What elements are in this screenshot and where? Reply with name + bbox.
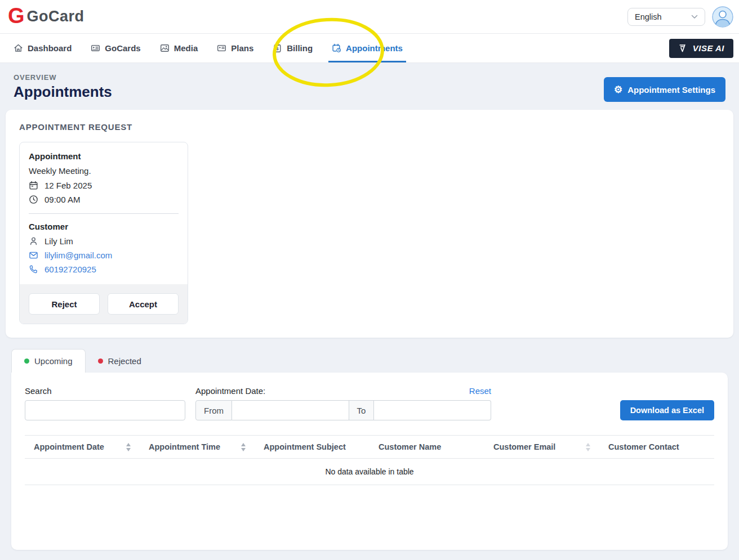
appointment-time: 09:00 AM	[44, 195, 80, 204]
nav-item-plans[interactable]: Plans	[217, 34, 253, 62]
nav-item-label: GoCards	[105, 43, 140, 53]
clock-icon	[29, 195, 38, 204]
card-icon	[91, 43, 100, 53]
gocard-logo[interactable]: G GoCard	[8, 6, 84, 28]
request-card-footer: Reject Accept	[20, 284, 188, 324]
to-label: To	[349, 400, 375, 420]
gocard-logo-icon: G	[8, 5, 24, 26]
person-icon	[29, 236, 38, 246]
customer-name: Lily Lim	[44, 236, 73, 246]
column-customer-name[interactable]: Customer Name	[370, 436, 484, 459]
calendar-icon	[29, 181, 38, 190]
nav-item-label: Dashboard	[28, 43, 72, 53]
column-label: Appointment Date	[34, 442, 104, 451]
download-excel-button[interactable]: Download as Excel	[620, 400, 714, 420]
table-header-row: Appointment Date Appointment Time Appoin…	[25, 436, 714, 459]
from-label: From	[195, 400, 232, 420]
appointment-heading: Appointment	[29, 151, 179, 161]
appointment-date-filter-label: Appointment Date:	[195, 386, 265, 396]
tab-rejected[interactable]: Rejected	[86, 349, 154, 373]
date-range-group: From To	[195, 400, 491, 420]
column-customer-email[interactable]: Customer Email	[484, 436, 599, 459]
nav-item-appointments[interactable]: Appointments	[332, 34, 403, 62]
billing-icon: $	[273, 43, 282, 53]
appointments-page: G GoCard English	[0, 0, 739, 560]
column-label: Customer Contact	[608, 442, 679, 451]
column-label: Appointment Time	[149, 442, 220, 451]
vise-ai-label: VISE AI	[693, 43, 724, 53]
nav-item-billing[interactable]: $ Billing	[273, 34, 313, 62]
search-label: Search	[25, 386, 185, 396]
appointment-settings-button[interactable]: ⚙ Appointment Settings	[604, 77, 725, 102]
empty-table-row: No data available in table	[25, 459, 714, 485]
reject-button[interactable]: Reject	[29, 293, 100, 315]
nav-item-gocards[interactable]: GoCards	[91, 34, 140, 62]
tab-rejected-label: Rejected	[108, 356, 141, 366]
appointment-subject: Weekly Meeting.	[29, 166, 179, 176]
gear-icon: ⚙	[614, 85, 622, 95]
customer-heading: Customer	[29, 222, 179, 231]
vise-ai-icon	[678, 43, 688, 53]
sort-icon[interactable]	[126, 443, 131, 451]
reset-link[interactable]: Reset	[469, 386, 491, 396]
appointment-request-title: APPOINTMENT REQUEST	[19, 122, 720, 132]
appointment-settings-label: Appointment Settings	[627, 85, 715, 95]
sort-icon[interactable]	[241, 443, 246, 451]
svg-text:$: $	[277, 46, 279, 51]
gocard-logo-text: GoCard	[27, 8, 84, 25]
main-nav: Dashboard GoCards Media Plans	[0, 34, 739, 63]
mail-icon	[29, 250, 38, 260]
vise-ai-button[interactable]: VISE AI	[669, 39, 733, 58]
appointments-icon	[332, 43, 341, 53]
column-label: Customer Name	[379, 442, 441, 451]
appointment-request-panel: APPOINTMENT REQUEST Appointment Weekly M…	[6, 110, 733, 338]
accept-button[interactable]: Accept	[108, 293, 179, 315]
date-from-input[interactable]	[232, 400, 349, 420]
phone-icon	[29, 265, 38, 274]
empty-table-message: No data available in table	[25, 459, 714, 485]
nav-item-label: Billing	[287, 43, 313, 53]
column-label: Appointment Subject	[264, 442, 346, 451]
upcoming-dot-icon	[24, 359, 29, 364]
plans-icon	[217, 43, 226, 53]
page-title: Appointments	[14, 83, 112, 101]
column-label: Customer Email	[493, 442, 555, 451]
language-selector[interactable]: English	[627, 8, 705, 26]
nav-item-dashboard[interactable]: Dashboard	[14, 34, 72, 62]
list-tabs: Upcoming Rejected	[11, 349, 733, 373]
column-customer-contact[interactable]: Customer Contact	[599, 436, 714, 459]
sort-icon[interactable]	[586, 443, 590, 451]
appointments-list-panel: Search Appointment Date: Reset From To	[11, 373, 728, 550]
appointment-request-card: Appointment Weekly Meeting. 12 Feb 2025 …	[19, 142, 188, 324]
media-icon	[160, 43, 170, 53]
home-icon	[14, 43, 23, 53]
page-eyebrow: OVERVIEW	[14, 73, 112, 82]
rejected-dot-icon	[98, 359, 103, 364]
language-selected-value: English	[635, 12, 662, 21]
chevron-down-icon	[691, 15, 698, 19]
column-appointment-subject[interactable]: Appointment Subject	[255, 436, 370, 459]
column-appointment-date[interactable]: Appointment Date	[25, 436, 140, 459]
nav-item-media[interactable]: Media	[160, 34, 198, 62]
tab-upcoming-label: Upcoming	[34, 356, 73, 366]
tab-upcoming[interactable]: Upcoming	[11, 349, 86, 373]
nav-item-label: Appointments	[346, 43, 403, 53]
top-header: G GoCard English	[0, 0, 739, 34]
appointment-date: 12 Feb 2025	[44, 181, 92, 190]
user-avatar[interactable]	[712, 6, 733, 28]
nav-item-label: Plans	[231, 43, 253, 53]
date-to-input[interactable]	[374, 400, 491, 420]
nav-item-label: Media	[174, 43, 198, 53]
customer-phone-link[interactable]: 60192720925	[44, 265, 96, 274]
appointments-table: Appointment Date Appointment Time Appoin…	[25, 435, 714, 485]
column-appointment-time[interactable]: Appointment Time	[140, 436, 255, 459]
customer-email-link[interactable]: lilylim@gmail.com	[44, 250, 112, 260]
divider	[29, 213, 179, 214]
search-input[interactable]	[25, 400, 185, 420]
